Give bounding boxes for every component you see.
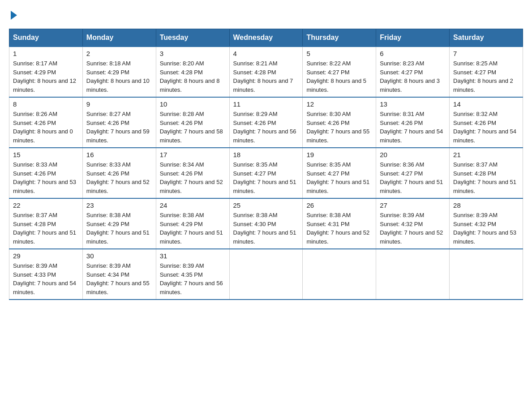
day-number: 26	[306, 201, 372, 209]
sunrise-label: Sunrise: 8:33 AM	[86, 161, 131, 168]
daylight-label: Daylight: 8 hours and 3 minutes.	[380, 77, 440, 93]
daylight-label: Daylight: 7 hours and 52 minutes.	[380, 229, 443, 245]
sunrise-label: Sunrise: 8:29 AM	[233, 111, 278, 117]
day-number: 12	[306, 100, 372, 108]
calendar-day-header: Tuesday	[156, 29, 229, 47]
calendar-day-header: Monday	[82, 29, 156, 47]
daylight-label: Daylight: 8 hours and 8 minutes.	[160, 77, 220, 93]
day-info: Sunrise: 8:26 AM Sunset: 4:26 PM Dayligh…	[13, 110, 79, 145]
day-info: Sunrise: 8:28 AM Sunset: 4:26 PM Dayligh…	[160, 110, 226, 145]
day-number: 20	[380, 151, 446, 158]
sunset-label: Sunset: 4:26 PM	[453, 120, 496, 126]
sunrise-label: Sunrise: 8:39 AM	[13, 262, 57, 269]
sunrise-label: Sunrise: 8:25 AM	[453, 60, 498, 67]
day-number: 21	[453, 151, 519, 158]
calendar-day-cell: 12 Sunrise: 8:30 AM Sunset: 4:26 PM Dayl…	[303, 97, 376, 148]
calendar-day-cell: 9 Sunrise: 8:27 AM Sunset: 4:26 PM Dayli…	[82, 97, 156, 148]
day-number: 22	[13, 201, 79, 209]
daylight-label: Daylight: 7 hours and 55 minutes.	[86, 280, 150, 295]
sunrise-label: Sunrise: 8:36 AM	[380, 161, 424, 168]
sunset-label: Sunset: 4:28 PM	[453, 170, 496, 177]
sunrise-label: Sunrise: 8:17 AM	[13, 60, 57, 67]
sunrise-label: Sunrise: 8:39 AM	[86, 262, 131, 269]
daylight-label: Daylight: 7 hours and 51 minutes.	[380, 179, 443, 194]
calendar-day-cell: 4 Sunrise: 8:21 AM Sunset: 4:28 PM Dayli…	[229, 47, 303, 97]
sunset-label: Sunset: 4:27 PM	[453, 69, 496, 76]
daylight-label: Daylight: 7 hours and 56 minutes.	[233, 128, 296, 144]
sunset-label: Sunset: 4:35 PM	[160, 271, 203, 278]
sunrise-label: Sunrise: 8:39 AM	[380, 212, 424, 218]
sunrise-label: Sunrise: 8:28 AM	[160, 111, 204, 117]
day-info: Sunrise: 8:37 AM Sunset: 4:28 PM Dayligh…	[13, 211, 79, 246]
day-number: 30	[86, 252, 152, 260]
day-info: Sunrise: 8:35 AM Sunset: 4:27 PM Dayligh…	[233, 160, 299, 195]
calendar-day-cell	[450, 249, 523, 300]
day-info: Sunrise: 8:39 AM Sunset: 4:34 PM Dayligh…	[86, 261, 152, 296]
calendar-week-row: 8 Sunrise: 8:26 AM Sunset: 4:26 PM Dayli…	[9, 97, 523, 148]
sunrise-label: Sunrise: 8:37 AM	[453, 161, 498, 168]
day-info: Sunrise: 8:37 AM Sunset: 4:28 PM Dayligh…	[453, 160, 519, 195]
daylight-label: Daylight: 7 hours and 51 minutes.	[233, 229, 296, 245]
sunset-label: Sunset: 4:26 PM	[160, 120, 203, 126]
sunset-label: Sunset: 4:27 PM	[306, 69, 349, 76]
sunset-label: Sunset: 4:30 PM	[233, 221, 276, 227]
page-header	[9, 9, 523, 20]
calendar-day-cell: 31 Sunrise: 8:39 AM Sunset: 4:35 PM Dayl…	[156, 249, 229, 300]
calendar-day-cell	[229, 249, 303, 300]
day-number: 29	[13, 252, 79, 260]
daylight-label: Daylight: 7 hours and 51 minutes.	[306, 179, 369, 194]
daylight-label: Daylight: 7 hours and 54 minutes.	[13, 280, 76, 295]
sunrise-label: Sunrise: 8:20 AM	[160, 60, 204, 67]
daylight-label: Daylight: 7 hours and 51 minutes.	[233, 179, 296, 194]
day-number: 18	[233, 151, 299, 158]
calendar-day-header: Thursday	[303, 29, 376, 47]
day-number: 23	[86, 201, 152, 209]
day-info: Sunrise: 8:39 AM Sunset: 4:33 PM Dayligh…	[13, 261, 79, 296]
daylight-label: Daylight: 8 hours and 7 minutes.	[233, 77, 293, 93]
day-number: 19	[306, 151, 372, 158]
calendar-day-cell: 23 Sunrise: 8:38 AM Sunset: 4:29 PM Dayl…	[82, 198, 156, 249]
sunset-label: Sunset: 4:26 PM	[233, 120, 276, 126]
sunset-label: Sunset: 4:29 PM	[86, 69, 129, 76]
sunset-label: Sunset: 4:26 PM	[86, 120, 129, 126]
day-info: Sunrise: 8:39 AM Sunset: 4:35 PM Dayligh…	[160, 261, 226, 296]
calendar-day-cell: 13 Sunrise: 8:31 AM Sunset: 4:26 PM Dayl…	[376, 97, 450, 148]
sunrise-label: Sunrise: 8:22 AM	[306, 60, 351, 67]
calendar-day-cell	[303, 249, 376, 300]
calendar-week-row: 15 Sunrise: 8:33 AM Sunset: 4:26 PM Dayl…	[9, 148, 523, 198]
sunset-label: Sunset: 4:26 PM	[13, 120, 56, 126]
calendar-week-row: 1 Sunrise: 8:17 AM Sunset: 4:29 PM Dayli…	[9, 47, 523, 97]
sunset-label: Sunset: 4:26 PM	[86, 170, 129, 177]
calendar-day-cell: 5 Sunrise: 8:22 AM Sunset: 4:27 PM Dayli…	[303, 47, 376, 97]
day-info: Sunrise: 8:38 AM Sunset: 4:31 PM Dayligh…	[306, 211, 372, 246]
daylight-label: Daylight: 7 hours and 58 minutes.	[160, 128, 223, 144]
sunrise-label: Sunrise: 8:38 AM	[306, 212, 351, 218]
calendar-day-cell	[376, 249, 450, 300]
calendar-table: SundayMondayTuesdayWednesdayThursdayFrid…	[9, 29, 523, 300]
daylight-label: Daylight: 7 hours and 53 minutes.	[13, 179, 76, 194]
calendar-day-header: Wednesday	[229, 29, 303, 47]
sunrise-label: Sunrise: 8:39 AM	[453, 212, 498, 218]
sunset-label: Sunset: 4:28 PM	[160, 69, 203, 76]
day-number: 7	[453, 50, 519, 57]
sunrise-label: Sunrise: 8:38 AM	[233, 212, 278, 218]
calendar-week-row: 29 Sunrise: 8:39 AM Sunset: 4:33 PM Dayl…	[9, 249, 523, 300]
sunset-label: Sunset: 4:26 PM	[380, 120, 423, 126]
calendar-day-cell: 30 Sunrise: 8:39 AM Sunset: 4:34 PM Dayl…	[82, 249, 156, 300]
calendar-day-cell: 11 Sunrise: 8:29 AM Sunset: 4:26 PM Dayl…	[229, 97, 303, 148]
sunrise-label: Sunrise: 8:35 AM	[306, 161, 351, 168]
sunset-label: Sunset: 4:28 PM	[233, 69, 276, 76]
calendar-day-cell: 29 Sunrise: 8:39 AM Sunset: 4:33 PM Dayl…	[9, 249, 83, 300]
sunset-label: Sunset: 4:29 PM	[160, 221, 203, 227]
sunset-label: Sunset: 4:27 PM	[233, 170, 276, 177]
daylight-label: Daylight: 8 hours and 2 minutes.	[453, 77, 513, 93]
calendar-day-cell: 20 Sunrise: 8:36 AM Sunset: 4:27 PM Dayl…	[376, 148, 450, 198]
day-info: Sunrise: 8:39 AM Sunset: 4:32 PM Dayligh…	[453, 211, 519, 246]
day-number: 31	[160, 252, 226, 260]
logo	[9, 9, 17, 20]
daylight-label: Daylight: 7 hours and 52 minutes.	[86, 179, 150, 194]
day-info: Sunrise: 8:34 AM Sunset: 4:26 PM Dayligh…	[160, 160, 226, 195]
day-info: Sunrise: 8:33 AM Sunset: 4:26 PM Dayligh…	[86, 160, 152, 195]
day-info: Sunrise: 8:23 AM Sunset: 4:27 PM Dayligh…	[380, 59, 446, 94]
sunrise-label: Sunrise: 8:30 AM	[306, 111, 351, 117]
